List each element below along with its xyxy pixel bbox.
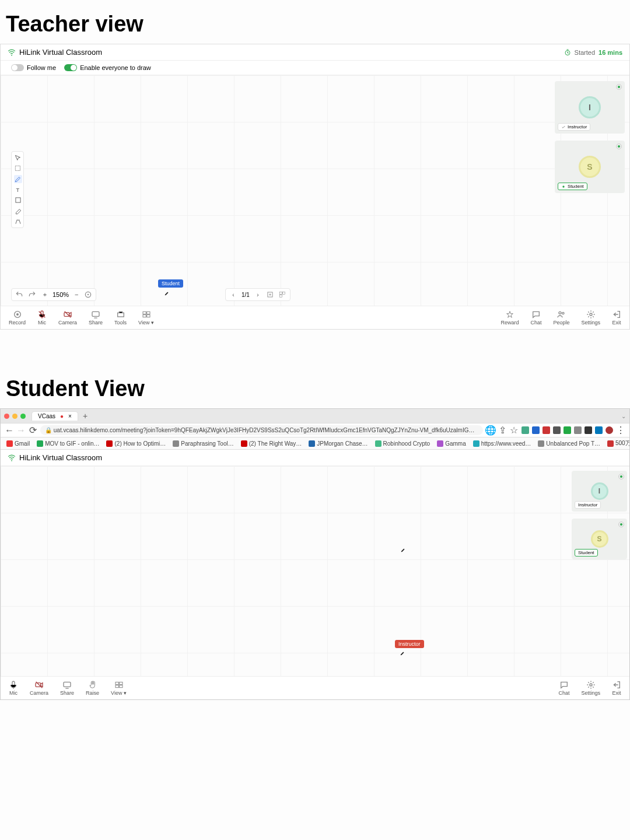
svg-rect-23 xyxy=(146,315,149,317)
exit-button[interactable]: Exit xyxy=(612,310,621,326)
svg-rect-32 xyxy=(116,682,118,684)
people-button[interactable]: People xyxy=(553,310,569,326)
enable-draw-toggle[interactable]: Enable everyone to draw xyxy=(64,64,151,71)
new-tab-button[interactable]: + xyxy=(80,411,90,421)
bookmark-item[interactable]: (2) How to Optimi… xyxy=(106,440,166,447)
back-button[interactable]: ← xyxy=(5,426,13,435)
select-tool[interactable] xyxy=(14,164,22,173)
extension-icon[interactable] xyxy=(522,426,529,434)
close-tab-icon[interactable]: × xyxy=(68,413,72,419)
bookmark-item[interactable]: (2) The Right Way… xyxy=(241,440,302,447)
camera-button[interactable]: Camera xyxy=(30,680,48,696)
tools-button[interactable]: Tools xyxy=(114,310,127,326)
zoom-in-button[interactable]: + xyxy=(41,290,49,299)
clear-tool[interactable] xyxy=(14,217,22,225)
browser-window: VCaas ● × + ⌄ ← → ⟳ 🔒 uat.vcaas.hilinkde… xyxy=(0,408,630,700)
add-page-button[interactable] xyxy=(266,290,274,299)
undo-button[interactable] xyxy=(15,290,23,299)
tab-overflow-icon[interactable]: ⌄ xyxy=(621,413,626,419)
page-list-button[interactable] xyxy=(278,290,286,299)
mic-button[interactable]: Mic xyxy=(37,310,47,326)
bookmark-item[interactable]: https://www.veed… xyxy=(473,440,531,447)
svg-point-0 xyxy=(11,54,12,55)
extension-icon[interactable] xyxy=(584,426,592,434)
svg-rect-21 xyxy=(146,312,149,314)
view-button[interactable]: View ▾ xyxy=(111,680,127,696)
url-input[interactable]: 🔒 uat.vcaas.hilinkdemo.com/meeting?joinT… xyxy=(40,425,483,435)
settings-button[interactable]: Settings xyxy=(581,310,600,326)
bookmark-item[interactable]: Gamma xyxy=(437,440,466,447)
translate-icon[interactable]: 🌐 xyxy=(487,426,495,435)
exit-button[interactable]: Exit xyxy=(612,680,621,696)
next-page-button[interactable]: › xyxy=(254,290,262,299)
bookmark-star-icon[interactable]: ☆ xyxy=(510,426,518,435)
svg-point-25 xyxy=(562,312,564,314)
shape-tool[interactable] xyxy=(14,196,22,204)
bookmark-item[interactable]: Gmail xyxy=(6,440,30,447)
avatar: I xyxy=(591,482,608,500)
teacher-section-title: Teacher view xyxy=(0,0,630,44)
window-controls[interactable] xyxy=(4,414,26,419)
reload-button[interactable]: ⟳ xyxy=(29,426,37,435)
whiteboard-canvas[interactable]: Instructor I Instructor S Student xyxy=(1,466,629,676)
share-icon[interactable]: ⇪ xyxy=(498,426,506,435)
participant-card[interactable]: S Student xyxy=(555,141,625,193)
bookmark-item[interactable]: Robinhood Crypto xyxy=(375,440,430,447)
extension-icon[interactable] xyxy=(553,426,561,434)
avatar: S xyxy=(591,530,608,548)
bookmark-item[interactable]: JPMorgan Chase… xyxy=(309,440,368,447)
participant-card[interactable]: I Instructor xyxy=(572,471,627,512)
bookmark-item[interactable]: Unbalanced Pop T… xyxy=(538,440,600,447)
redo-button[interactable] xyxy=(28,290,36,299)
chat-button[interactable]: Chat xyxy=(558,680,569,696)
svg-rect-9 xyxy=(282,292,285,294)
svg-rect-33 xyxy=(119,682,122,684)
menu-icon[interactable]: ⋮ xyxy=(617,426,625,435)
share-button[interactable]: Share xyxy=(89,310,103,326)
participant-card[interactable]: I Instructor xyxy=(555,81,625,134)
reward-button[interactable]: Reward xyxy=(501,310,519,326)
whiteboard-canvas[interactable]: T Student + 150% − ‹ 1/1 › xyxy=(1,75,629,306)
extension-icon[interactable] xyxy=(542,426,550,434)
pen-cursor-icon xyxy=(164,288,170,294)
browser-tab[interactable]: VCaas ● × xyxy=(32,411,78,421)
bookmark-item[interactable]: 500万人看的这… xyxy=(607,439,629,447)
extension-icon[interactable] xyxy=(564,426,571,434)
share-button[interactable]: Share xyxy=(60,680,74,696)
forward-button[interactable]: → xyxy=(17,426,25,435)
elapsed-time: 16 mins xyxy=(598,49,622,56)
cursor-tool[interactable] xyxy=(14,154,22,162)
clock-icon xyxy=(564,49,571,56)
close-window-icon[interactable] xyxy=(4,414,9,419)
connection-indicator-icon xyxy=(616,144,622,149)
profile-avatar-icon[interactable] xyxy=(606,426,613,434)
participant-name-badge: Instructor xyxy=(558,123,590,131)
extension-icon[interactable] xyxy=(574,426,582,434)
svg-text:T: T xyxy=(16,187,20,193)
drawing-toolbox: T xyxy=(11,151,24,228)
settings-button[interactable]: Settings xyxy=(581,680,600,696)
zoom-out-button[interactable]: − xyxy=(72,290,80,299)
participant-card[interactable]: S Student xyxy=(572,519,627,559)
bookmark-item[interactable]: Paraphrasing Tool… xyxy=(173,440,233,447)
chat-button[interactable]: Chat xyxy=(530,310,541,326)
record-button[interactable]: Record xyxy=(9,310,26,326)
text-tool[interactable]: T xyxy=(14,186,22,194)
camera-button[interactable]: Camera xyxy=(58,310,77,326)
extension-icon[interactable] xyxy=(595,426,603,434)
extension-icon[interactable] xyxy=(532,426,540,434)
svg-point-11 xyxy=(562,186,564,187)
pen-tool[interactable] xyxy=(14,175,22,183)
view-button[interactable]: View ▾ xyxy=(138,310,154,326)
prev-page-button[interactable]: ‹ xyxy=(229,290,237,299)
app-header: HiLink Virtual Classroom xyxy=(1,450,629,466)
bookmark-item[interactable]: MOV to GIF - onlin… xyxy=(37,440,99,447)
zoom-fit-button[interactable] xyxy=(84,290,92,299)
eraser-tool[interactable] xyxy=(14,206,22,215)
avatar: S xyxy=(579,156,601,178)
raise-hand-button[interactable]: Raise xyxy=(86,680,99,696)
follow-me-toggle[interactable]: Follow me xyxy=(11,64,56,71)
minimize-window-icon[interactable] xyxy=(12,414,18,419)
maximize-window-icon[interactable] xyxy=(20,414,26,419)
mic-button[interactable]: Mic xyxy=(9,680,18,696)
